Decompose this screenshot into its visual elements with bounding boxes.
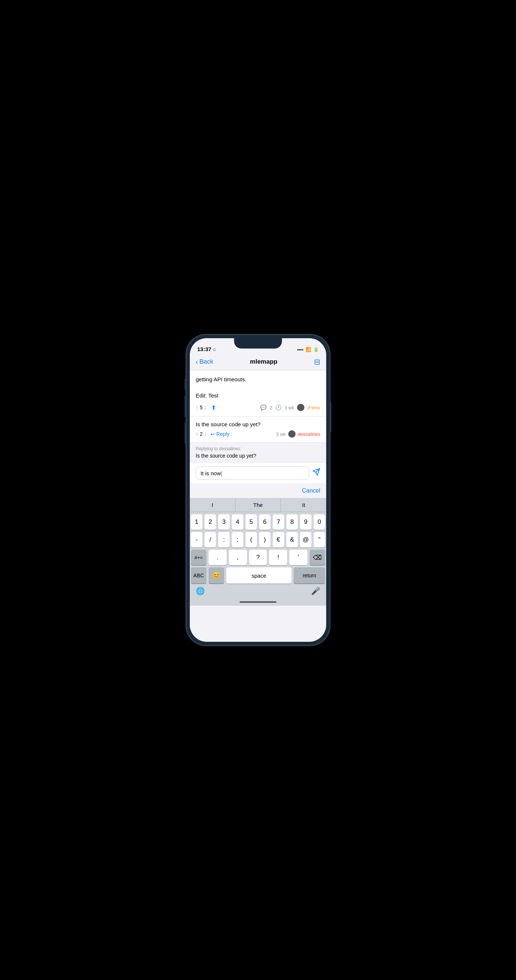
key-semicolon[interactable]: ; [232,532,243,547]
key-4[interactable]: 4 [232,514,243,530]
home-bar [240,601,276,603]
key-exclaim[interactable]: ! [269,550,287,565]
key-hashplus[interactable]: #+= [191,550,206,565]
key-abc[interactable]: ABC [191,567,206,584]
key-2[interactable]: 2 [205,514,216,530]
content-area: getting API timeouts.Edit: Test ↑ 5 ↓ ⬆ … [190,370,326,642]
comment-downvote-icon[interactable]: ↓ [204,431,207,437]
predictive-item-2[interactable]: It [281,498,326,512]
key-quote[interactable]: " [314,532,325,547]
reply-icon: ↩ [210,431,215,437]
reply-button[interactable]: ↩ Reply [210,431,229,437]
keyboard: 1 2 3 4 5 6 7 8 9 0 - / : ; ( [190,512,326,598]
layout-icon[interactable]: ⊟ [314,357,320,366]
comment-author-name[interactable]: dessalines [298,431,320,437]
comment-text: Is the source code up yet? [196,421,320,427]
reply-context-text: Is the source code up yet? [196,453,320,459]
key-7[interactable]: 7 [273,514,284,530]
post-upvote-count: 5 [200,404,203,410]
comment-upvote-count: 2 [200,431,203,437]
post-upvote-icon[interactable]: ↑ [196,404,198,410]
key-3[interactable]: 3 [218,514,229,530]
cancel-row: Cancel [190,484,326,498]
page-title: mlemapp [250,358,277,366]
back-chevron-icon: ‹ [196,358,198,366]
reply-input-text: It is now [201,470,222,476]
predictive-item-0[interactable]: I [190,498,236,512]
send-button[interactable] [312,468,320,478]
key-ampersand[interactable]: & [287,532,298,547]
predictive-text-bar: I The It [190,498,326,512]
cancel-button[interactable]: Cancel [302,487,320,494]
key-space[interactable]: space [226,567,291,584]
key-0[interactable]: 0 [314,514,325,530]
keyboard-row-symbols2: #+= . , ? ! ' ⌫ [190,547,326,565]
post-vote-group: ↑ 5 ↓ [196,404,207,410]
post-actions: ↑ 5 ↓ ⬆ 💬 2 🕐 3 wk iFenix [196,404,320,411]
phone-screen: 13:37 ⌂ ▪▪▪▪ 📶 🔋 ‹ Back mlemapp ⊟ get [190,338,326,642]
back-label: Back [199,358,213,366]
comment-time-ago: 3 wk [276,431,286,437]
comment-upvote-icon[interactable]: ↑ [196,431,198,437]
post-body: getting API timeouts.Edit: Test [196,375,320,399]
key-emoji[interactable]: 😊 [209,567,224,584]
home-indicator [190,598,326,606]
key-1[interactable]: 1 [191,514,202,530]
battery-icon: 🔋 [313,347,319,352]
key-at[interactable]: @ [300,532,311,547]
post-author-avatar [297,404,304,411]
key-slash[interactable]: / [205,532,216,547]
post-downvote-icon[interactable]: ↓ [204,404,207,410]
keyboard-bottom-row: 🌐 🎤 [190,585,326,598]
comment-author-avatar [288,430,296,438]
post-section: getting API timeouts.Edit: Test ↑ 5 ↓ ⬆ … [190,370,326,417]
keyboard-row-numbers: 1 2 3 4 5 6 7 8 9 0 [190,512,326,530]
key-apostrophe[interactable]: ' [289,550,307,565]
reply-input-section: It is now [190,463,326,484]
key-lparen[interactable]: ( [245,532,257,547]
notch [234,338,282,348]
predictive-item-1[interactable]: The [236,498,281,512]
signal-icon: ▪▪▪▪ [297,347,303,352]
key-9[interactable]: 9 [300,514,311,530]
mute-button [185,379,186,390]
key-backspace[interactable]: ⌫ [310,550,325,565]
comment-vote-group: ↑ 2 ↓ [196,431,207,437]
key-rparen[interactable]: ) [259,532,271,547]
key-8[interactable]: 8 [287,514,298,530]
back-button[interactable]: ‹ Back [196,358,213,366]
post-left-actions: ↑ 5 ↓ ⬆ [196,404,216,411]
key-5[interactable]: 5 [245,514,257,530]
key-colon[interactable]: : [218,532,229,547]
time-icon: 🕐 [276,404,282,410]
post-time-ago: 3 wk [285,405,295,410]
status-icons: ▪▪▪▪ 📶 🔋 [297,347,319,352]
key-euro[interactable]: € [273,532,284,547]
globe-icon[interactable]: 🌐 [196,587,205,595]
key-return[interactable]: return [294,567,325,584]
key-minus[interactable]: - [191,532,202,547]
keyboard-row-bottom: ABC 😊 space return [190,565,326,585]
navigation-bar: ‹ Back mlemapp ⊟ [190,355,326,370]
key-comma[interactable]: , [229,550,247,565]
reply-text-input[interactable]: It is now [196,466,309,480]
home-icon: ⌂ [213,346,216,352]
comment-actions: ↑ 2 ↓ ↩ Reply 3 wk dessalines [196,430,320,438]
key-6[interactable]: 6 [259,514,271,530]
reply-context-label: Replying to dessalines: [196,446,320,451]
post-right-actions: 💬 2 🕐 3 wk iFenix [260,404,320,411]
keyboard-row-symbols1: - / : ; ( ) € & @ " [190,530,326,547]
reply-label: Reply [217,431,229,437]
text-cursor [221,470,222,476]
post-author-name[interactable]: iFenix [307,405,320,410]
wifi-icon: 📶 [306,347,311,352]
mic-icon[interactable]: 🎤 [311,587,320,595]
post-share-icon[interactable]: ⬆ [211,404,216,411]
key-period[interactable]: . [209,550,227,565]
key-question[interactable]: ? [249,550,267,565]
volume-down-button [185,422,186,444]
comment-section: Is the source code up yet? ↑ 2 ↓ ↩ Reply [190,417,326,442]
comment-icon: 💬 [260,404,266,410]
power-button [330,402,331,432]
volume-up-button [185,395,186,417]
